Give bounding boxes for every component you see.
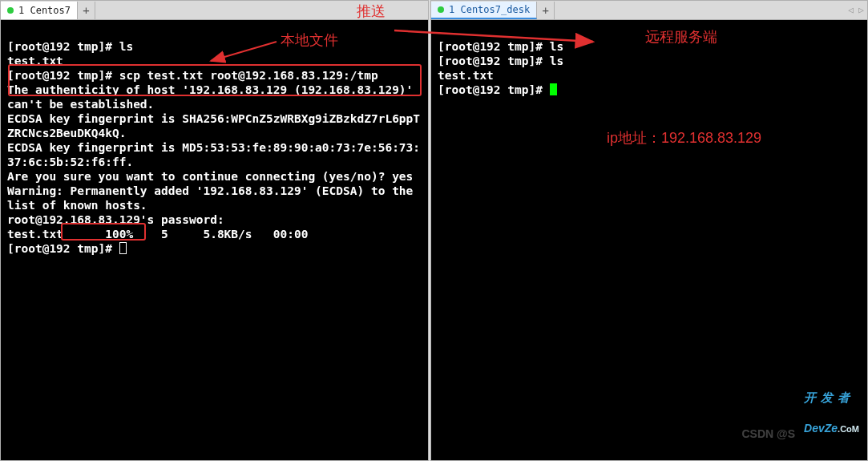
terminal-line: Are you sure you want to continue connec… — [7, 170, 413, 183]
add-tab-button[interactable]: + — [78, 2, 95, 19]
right-pane: 1 Centos7_desk + ◁ ▷ [root@192 tmp]# ls … — [430, 0, 868, 461]
csdn-watermark: CSDN @S — [717, 412, 795, 455]
terminal-line: test.txt — [438, 69, 494, 82]
status-dot-icon — [7, 7, 14, 14]
tab-centos7[interactable]: 1 Centos7 — [1, 2, 78, 19]
terminal-line: root@192.168.83.129's password: — [7, 213, 224, 226]
terminal-line: ECDSA key fingerprint is SHA256:WPCnZ5zW… — [7, 112, 420, 140]
left-pane: 1 Centos7 + [root@192 tmp]# ls test.txt … — [0, 0, 429, 461]
split-container: 1 Centos7 + [root@192 tmp]# ls test.txt … — [0, 0, 868, 461]
terminal-line: [root@192 tmp]# ls — [438, 55, 563, 67]
cursor-icon — [119, 242, 127, 254]
terminal-line: ECDSA key fingerprint is MD5:53:53:fe:89… — [7, 141, 420, 168]
tab-centos7-desk[interactable]: 1 Centos7_desk — [431, 2, 537, 19]
terminal-line: [root@192 tmp]# — [7, 242, 119, 255]
add-tab-button[interactable]: + — [537, 2, 555, 19]
tab-label: 1 Centos7_desk — [449, 4, 530, 15]
terminal-line: [root@192 tmp]# scp test.txt root@192.16… — [7, 69, 378, 82]
terminal-line: Warning: Permanently added '192.168.83.1… — [7, 184, 420, 212]
right-terminal[interactable]: [root@192 tmp]# ls [root@192 tmp]# ls te… — [431, 20, 867, 460]
plus-icon: + — [542, 4, 548, 17]
terminal-line: test.txt — [7, 55, 63, 67]
nav-arrows-icon: ◁ ▷ — [848, 5, 864, 15]
terminal-line: test.txt 100% 5 5.8KB/s 00:00 — [7, 228, 308, 241]
terminal-line: The authenticity of host '192.168.83.129… — [7, 83, 420, 111]
left-terminal[interactable]: [root@192 tmp]# ls test.txt [root@192 tm… — [1, 20, 428, 460]
terminal-line: [root@192 tmp]# ls — [438, 40, 563, 53]
cursor-icon — [550, 83, 557, 95]
devze-watermark: 开发者 DevZe.CoM — [804, 371, 859, 455]
tab-label: 1 Centos7 — [18, 5, 71, 16]
terminal-line: [root@192 tmp]# — [438, 83, 550, 96]
terminal-line: [root@192 tmp]# ls — [7, 40, 133, 53]
right-tabbar: 1 Centos7_desk + ◁ ▷ — [431, 1, 867, 20]
plus-icon: + — [83, 4, 89, 17]
tab-nav-arrows[interactable]: ◁ ▷ — [845, 2, 867, 19]
status-dot-icon — [438, 6, 444, 13]
left-tabbar: 1 Centos7 + — [1, 1, 428, 20]
